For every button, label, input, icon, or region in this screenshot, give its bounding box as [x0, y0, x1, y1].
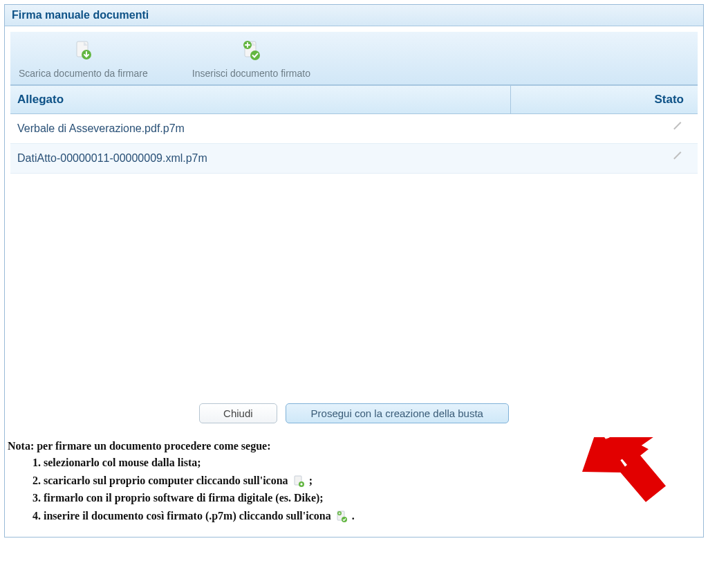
table-row[interactable]: Verbale di Asseverazione.pdf.p7m [10, 114, 698, 144]
column-header-allegato[interactable]: Allegato [10, 86, 511, 113]
download-document-button[interactable]: Scarica documento da firmare [10, 39, 156, 79]
table-header: Allegato Stato [10, 86, 698, 114]
edit-icon [673, 122, 687, 136]
note-step-4: inserire il documento così firmato (.p7m… [44, 508, 703, 524]
documents-table: Allegato Stato Verbale di Asseverazione.… [10, 85, 698, 383]
upload-signed-document-button[interactable]: Inserisci documento firmato [184, 39, 319, 79]
upload-signed-document-label: Inserisci documento firmato [192, 68, 310, 79]
cell-stato [511, 145, 698, 172]
upload-check-icon [335, 511, 348, 523]
note-step-1: selezionarlo col mouse dalla lista; [44, 455, 703, 470]
note-step-4-tail: . [352, 510, 355, 522]
download-icon [71, 39, 95, 64]
note-step-2: scaricarlo sul proprio computer cliccand… [44, 473, 703, 488]
proceed-button[interactable]: Prosegui con la creazione della busta [286, 403, 509, 423]
dialog-window: Firma manuale documenti Scarica document… [4, 4, 704, 538]
dialog-body: Scarica documento da firmare Inserisci d… [5, 26, 703, 437]
button-row: Chiudi Prosegui con la creazione della b… [10, 383, 698, 432]
cell-stato [511, 116, 698, 143]
table-row[interactable]: DatiAtto-00000011-00000009.xml.p7m [10, 144, 698, 174]
cell-allegato: DatiAtto-00000011-00000009.xml.p7m [10, 144, 511, 173]
cell-allegato: Verbale di Asseverazione.pdf.p7m [10, 114, 511, 143]
instructions-note: Nota: per firmare un documento procedere… [5, 437, 703, 537]
dialog-title: Firma manuale documenti [5, 5, 703, 26]
download-document-label: Scarica documento da firmare [19, 68, 148, 79]
download-icon [292, 475, 305, 488]
note-step-3: firmarlo con il proprio software di firm… [44, 490, 703, 506]
note-heading: Nota: per firmare un documento procedere… [8, 440, 703, 452]
column-header-stato[interactable]: Stato [511, 86, 698, 113]
toolbar: Scarica documento da firmare Inserisci d… [10, 32, 698, 85]
edit-icon [673, 151, 687, 165]
close-button[interactable]: Chiudi [199, 403, 277, 423]
note-step-2-tail: ; [309, 475, 313, 486]
note-step-2-text: scaricarlo sul proprio computer cliccand… [44, 475, 291, 486]
note-step-4-text: inserire il documento così firmato (.p7m… [44, 510, 334, 522]
upload-check-icon [239, 39, 263, 64]
